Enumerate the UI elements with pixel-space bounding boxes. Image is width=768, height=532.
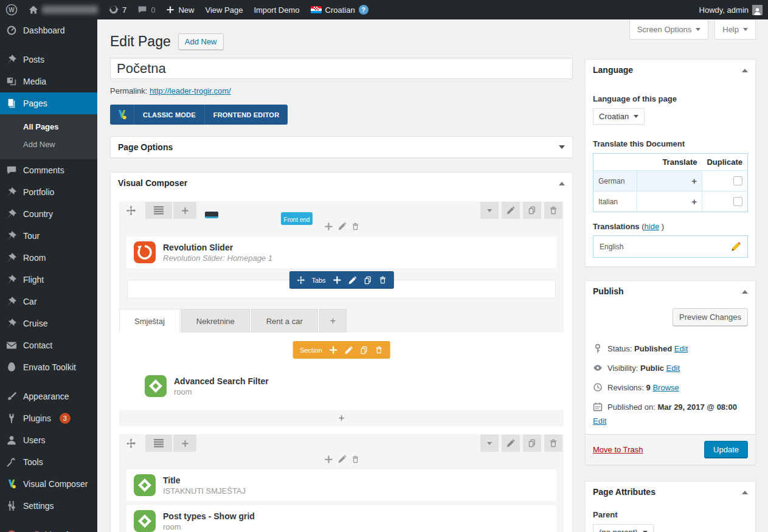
row-edit-button[interactable] [502,202,520,219]
sidebar-item-posts[interactable]: Posts [0,49,97,71]
row-delete-button[interactable] [544,435,562,452]
account-menu[interactable]: Howdy, admin [694,0,768,19]
new-menu[interactable]: New [161,0,199,19]
permalink-link[interactable]: http://leader-trogir.com/ [150,86,231,95]
edit-visibility-link[interactable]: Edit [666,364,680,373]
frontend-editor-button[interactable]: FRONTEND EDITOR [204,105,288,125]
sidebar-item-comments[interactable]: Comments [0,159,97,181]
sidebar-item-flight[interactable]: Flight [0,269,97,291]
section-delete-icon[interactable] [375,346,383,354]
duplicate-italian-checkbox[interactable] [733,197,742,206]
language-panel-header[interactable]: Language [586,60,755,80]
screen-options-button[interactable]: Screen Options [629,20,709,40]
column-edit-icon[interactable] [338,455,347,463]
sidebar-item-car[interactable]: Car [0,291,97,313]
row-drag-handle[interactable] [120,206,142,216]
duplicate-german-checkbox[interactable] [733,176,742,185]
add-new-button[interactable]: Add New [178,33,224,50]
sidebar-item-settings[interactable]: Settings [0,495,97,517]
translate-italian-button[interactable]: + [637,192,702,212]
edit-translation-pencil-icon[interactable] [731,241,741,252]
sidebar-item-visual-composer[interactable]: Visual Composer [0,473,97,495]
edit-status-link[interactable]: Edit [674,344,688,353]
tab-smjestaj[interactable]: Smještaj [119,309,180,333]
row-toggle-button[interactable] [480,435,499,452]
row-add-button[interactable] [173,435,196,452]
submenu-all-pages[interactable]: All Pages [0,118,97,136]
row-toggle-button[interactable] [480,202,499,219]
column-add-icon[interactable] [324,222,333,231]
tabs-drag-handle[interactable] [296,276,305,285]
sidebar-item-country[interactable]: Country [0,203,97,225]
sidebar-item-mailchimp[interactable]: m MailChimp for WP [0,524,97,532]
wordpress-logo-menu[interactable]: W [0,0,23,19]
column-delete-icon[interactable] [351,455,359,463]
page-attributes-header[interactable]: Page Attributes [586,482,755,502]
tabs-delete-icon[interactable] [379,276,387,284]
edit-published-date-link[interactable]: Edit [593,416,606,426]
page-options-header[interactable]: Page Options [111,137,572,157]
row-layout-button[interactable] [145,202,172,219]
submenu-add-new[interactable]: Add New [0,136,97,153]
element-title[interactable]: Title ISTAKNUTI SMJEŠTAJ [126,469,556,501]
sidebar-item-dashboard[interactable]: Dashboard [0,19,97,41]
section-copy-icon[interactable] [360,346,368,354]
row-edit-button[interactable] [502,435,520,452]
sidebar-item-media[interactable]: Media [0,71,97,92]
tab-add-button[interactable]: + [319,309,347,333]
row-copy-button[interactable] [523,202,541,219]
import-demo-menu[interactable]: Import Demo [248,0,305,19]
sidebar-item-tour[interactable]: Tour [0,225,97,247]
tab-rent-a-car[interactable]: Rent a car [251,309,318,333]
clipped-frontend-button[interactable]: Front end [281,212,313,225]
visual-composer-header[interactable]: Visual Composer [111,173,572,193]
help-bubble-icon[interactable]: ? [359,5,368,15]
row-drag-handle[interactable] [120,438,142,449]
language-select[interactable]: Croatian [593,108,645,125]
updates-menu[interactable]: 7 [103,0,132,19]
browse-revisions-link[interactable]: Browse [652,383,679,392]
help-button[interactable]: Help [714,20,756,40]
sidebar-item-users[interactable]: Users [0,429,97,451]
row-copy-button[interactable] [523,435,541,452]
page-attributes-panel: Page Attributes Parent (no parent) [585,481,756,532]
post-title-input[interactable] [110,58,573,79]
tabs-copy-icon[interactable] [364,276,372,285]
element-revolution-slider[interactable]: Revolution Slider Revolution Slider: Hom… [126,237,556,268]
column-add-icon[interactable] [324,455,333,464]
preview-changes-button[interactable]: Preview Changes [673,308,748,326]
publish-panel-header[interactable]: Publish [586,281,755,301]
tabs-edit-icon[interactable] [348,276,357,285]
language-switcher-menu[interactable]: Croatian ? [305,0,374,19]
row-delete-button[interactable] [544,202,562,219]
classic-mode-button[interactable]: CLASSIC MODE [134,105,204,125]
column-edit-icon[interactable] [338,222,347,230]
sidebar-item-envato-toolkit[interactable]: Envato Toolkit [0,356,97,378]
column-delete-icon[interactable] [351,223,359,230]
sidebar-item-appearance[interactable]: Appearance [0,385,97,407]
sidebar-item-portfolio[interactable]: Portfolio [0,181,97,203]
update-button[interactable]: Update [704,441,748,458]
tab-nekretnine[interactable]: Nekretnine [181,309,250,333]
site-menu[interactable] [23,0,103,19]
element-advanced-search-filter[interactable]: Advanced Search Filter room [137,370,545,402]
append-element-button[interactable]: + [119,410,564,426]
view-page-menu[interactable]: View Page [199,0,248,19]
sidebar-item-room[interactable]: Room [0,247,97,269]
row-layout-button[interactable] [145,435,172,452]
hide-translations-link[interactable]: hide [645,222,660,231]
tabs-add-icon[interactable] [333,275,342,285]
sidebar-item-plugins[interactable]: Plugins 3 [0,407,97,429]
parent-select[interactable]: (no parent) [593,524,654,532]
sidebar-item-pages[interactable]: Pages [0,92,97,114]
comments-menu[interactable]: 0 [132,0,161,19]
row-add-button[interactable] [173,202,196,219]
move-to-trash-link[interactable]: Move to Trash [593,445,643,454]
sidebar-item-tools[interactable]: Tools [0,451,97,473]
section-edit-icon[interactable] [345,346,353,354]
sidebar-item-contact[interactable]: Contact [0,334,97,356]
sidebar-item-cruise[interactable]: Cruise [0,313,97,334]
element-post-types-grid[interactable]: Post types - Show grid room [126,505,556,532]
section-add-icon[interactable] [329,345,338,354]
translate-german-button[interactable]: + [637,171,702,192]
